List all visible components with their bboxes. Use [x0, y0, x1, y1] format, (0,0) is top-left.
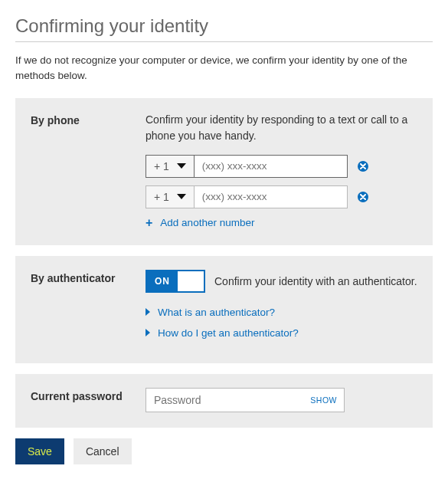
- country-code-select-2[interactable]: + 1: [146, 185, 195, 208]
- what-is-authenticator-label: What is an authenticator?: [158, 307, 275, 318]
- authenticator-desc: Confirm your identity with an authentica…: [214, 275, 417, 287]
- toggle-on-label: ON: [147, 271, 178, 291]
- plus-icon: +: [146, 216, 152, 230]
- add-phone-label: Add another number: [160, 217, 254, 228]
- country-code-value-1: + 1: [154, 160, 169, 172]
- phone-input-1[interactable]: [195, 155, 348, 178]
- chevron-right-icon: [146, 308, 150, 316]
- phone-section-desc: Confirm your identity by responding to a…: [146, 112, 417, 144]
- phone-row-2: + 1: [146, 185, 417, 208]
- what-is-authenticator-link[interactable]: What is an authenticator?: [146, 307, 417, 318]
- action-row: Save Cancel: [15, 438, 433, 464]
- phone-row-1: + 1: [146, 155, 417, 178]
- authenticator-section-label: By authenticator: [31, 270, 146, 348]
- save-button[interactable]: Save: [15, 438, 64, 464]
- chevron-down-icon: [177, 194, 186, 199]
- remove-phone-2[interactable]: [357, 191, 369, 203]
- intro-text: If we do not recognize your computer or …: [15, 53, 433, 84]
- phone-section-label: By phone: [31, 112, 146, 230]
- country-code-value-2: + 1: [154, 191, 169, 203]
- close-circle-icon: [357, 191, 369, 203]
- chevron-down-icon: [177, 163, 186, 169]
- remove-phone-1[interactable]: [357, 160, 369, 172]
- chevron-right-icon: [146, 329, 150, 336]
- authenticator-panel: By authenticator ON Confirm your identit…: [15, 256, 433, 363]
- password-panel: Current password SHOW: [15, 374, 433, 428]
- title-divider: [15, 41, 433, 42]
- show-password-button[interactable]: SHOW: [310, 388, 337, 412]
- page-title: Confirming your identity: [15, 15, 433, 37]
- how-get-authenticator-label: How do I get an authenticator?: [158, 327, 299, 339]
- phone-panel: By phone Confirm your identity by respon…: [15, 98, 433, 245]
- how-get-authenticator-link[interactable]: How do I get an authenticator?: [146, 327, 417, 339]
- toggle-knob: [178, 271, 204, 291]
- phone-input-2[interactable]: [195, 185, 348, 208]
- close-circle-icon: [357, 160, 369, 172]
- add-phone-link[interactable]: + Add another number: [146, 216, 417, 230]
- authenticator-toggle[interactable]: ON: [146, 270, 205, 293]
- password-section-label: Current password: [31, 388, 146, 412]
- country-code-select-1[interactable]: + 1: [146, 155, 195, 178]
- cancel-button[interactable]: Cancel: [74, 438, 132, 464]
